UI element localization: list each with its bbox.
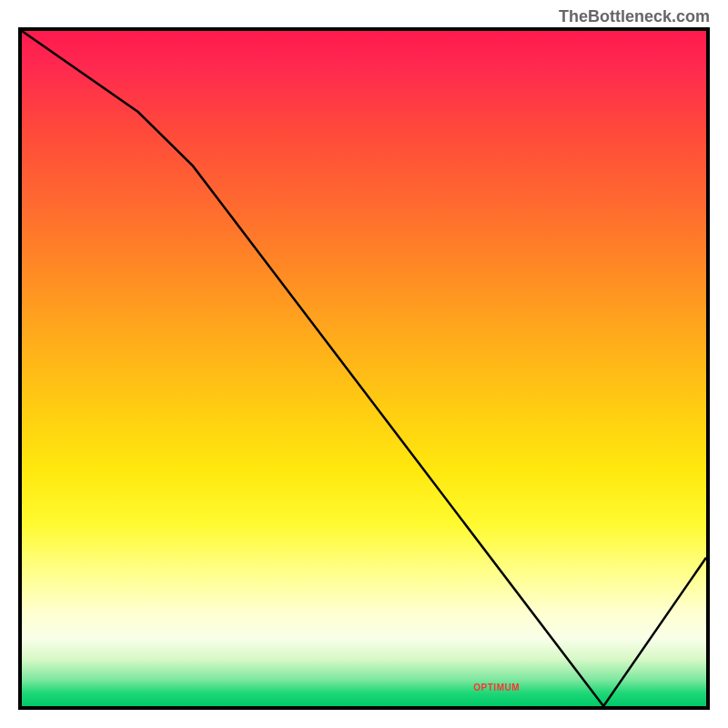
plot-area: OPTIMUM xyxy=(18,27,710,710)
data-line xyxy=(22,31,706,706)
watermark-text: TheBottleneck.com xyxy=(559,7,710,26)
optimal-label: OPTIMUM xyxy=(473,682,520,693)
chart-container: TheBottleneck.com OPTIMUM xyxy=(0,0,728,728)
